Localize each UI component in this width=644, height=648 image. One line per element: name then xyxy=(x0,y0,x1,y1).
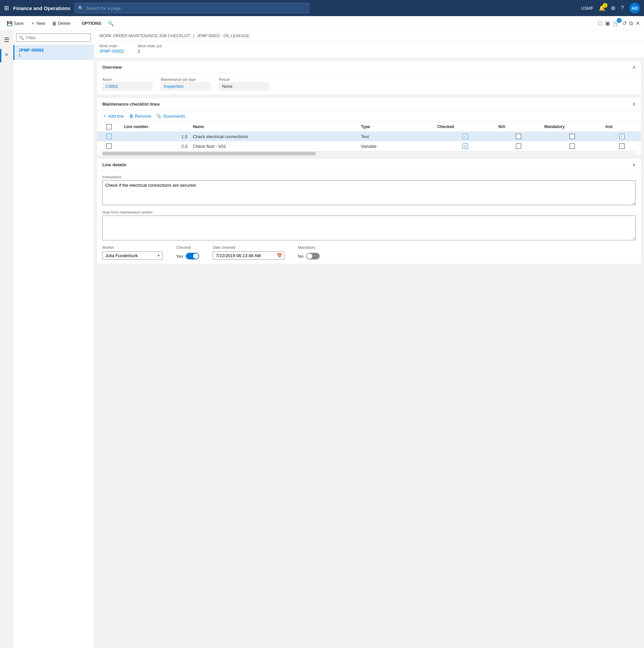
checklist-scroll-thumb[interactable] xyxy=(102,152,316,155)
checked-toggle[interactable] xyxy=(186,253,199,260)
header-checkbox[interactable] xyxy=(106,124,112,129)
search-input[interactable] xyxy=(86,6,306,11)
toolbar-separator xyxy=(76,19,76,28)
type-cell: Variable xyxy=(358,142,435,151)
open-new-icon[interactable]: ⧉ xyxy=(629,20,633,26)
remove-button[interactable]: 🗑 Remove xyxy=(129,114,151,119)
inst-cell[interactable] xyxy=(605,144,638,149)
documents-button[interactable]: 📎 Documents xyxy=(156,114,185,119)
mandatory-toggle[interactable] xyxy=(306,253,320,260)
note-textarea[interactable] xyxy=(102,216,636,240)
checklist-toolbar: ＋ Add line 🗑 Remove 📎 Documents xyxy=(97,110,641,122)
refresh-icon[interactable]: ↺ xyxy=(622,20,627,26)
save-icon: 💾 xyxy=(7,21,12,26)
work-order-job-label: Work order job xyxy=(138,44,162,48)
mandatory-toggle-knob xyxy=(307,254,312,259)
asset-value[interactable]: C0001 xyxy=(102,82,153,91)
work-order-label: Work order xyxy=(99,44,124,48)
th-mandatory[interactable]: Mandatory xyxy=(542,122,603,132)
content-area: WORK ORDER MAINTENANCE JOB CHECKLIST | J… xyxy=(94,31,644,648)
grid-icon[interactable]: ⊞ xyxy=(4,4,9,12)
options-label[interactable]: OPTIONS xyxy=(79,19,104,27)
th-inst[interactable]: Inst xyxy=(603,122,641,132)
toolbar-right-icons: ⬡ ▣ 🛒 0 ↺ ⧉ ✕ xyxy=(598,20,640,26)
filter-input-wrap[interactable]: 🔍 xyxy=(16,34,91,42)
mandatory-toggle-wrap: No xyxy=(298,253,320,260)
breadcrumb: WORK ORDER MAINTENANCE JOB CHECKLIST | J… xyxy=(94,31,644,41)
th-type[interactable]: Type xyxy=(358,122,435,132)
date-checked-col: Date checked 📅 xyxy=(213,246,285,260)
na-cell[interactable] xyxy=(498,144,539,149)
panel-icon[interactable]: ▣ xyxy=(605,20,610,26)
checked-toggle-label: Yes xyxy=(176,254,183,259)
row-select-checkbox[interactable] xyxy=(100,134,119,139)
result-value[interactable]: None xyxy=(219,82,269,91)
checklist-section-title: Maintenance checklist lines xyxy=(102,102,160,107)
calendar-icon[interactable]: 📅 xyxy=(275,253,284,258)
checked-cell[interactable] xyxy=(437,144,493,149)
filter-input[interactable] xyxy=(26,35,88,40)
view-icon[interactable]: ⬡ xyxy=(598,20,602,26)
avatar[interactable]: AD xyxy=(629,3,640,13)
checklist-collapse-icon[interactable]: ∧ xyxy=(632,101,636,107)
checklist-table: Line number ↑ Name Type Checked N/A Mand… xyxy=(97,122,641,151)
table-row[interactable]: 2.0Check fluid - V01Variable xyxy=(97,142,641,151)
new-button[interactable]: ＋ New xyxy=(28,19,48,28)
cart-badge: 0 xyxy=(617,18,622,23)
instructions-textarea[interactable] xyxy=(102,180,636,205)
help-button[interactable]: ? xyxy=(621,5,624,11)
table-row[interactable]: 1.0Check electrical connectionsText xyxy=(97,132,641,142)
overview-section-header[interactable]: Overview ∧ xyxy=(97,61,641,73)
mandatory-cell[interactable] xyxy=(544,134,600,139)
left-panel-item[interactable]: JPMF-00002 1 xyxy=(13,45,94,60)
line-details-section-header[interactable]: Line details ∧ xyxy=(97,159,641,171)
work-order-value[interactable]: JPMF-00002 xyxy=(99,49,124,54)
settings-button[interactable]: ⚙ xyxy=(611,5,615,11)
mandatory-toggle-label: No xyxy=(298,254,304,259)
checklist-section-header[interactable]: Maintenance checklist lines ∧ xyxy=(97,98,641,110)
notification-button[interactable]: 🔔 1 xyxy=(599,5,605,11)
checked-cell[interactable] xyxy=(437,134,493,139)
toolbar: 💾 Save ＋ New 🗑 Delete OPTIONS 🔍 ⬡ ▣ 🛒 0 … xyxy=(0,16,644,31)
th-name[interactable]: Name xyxy=(190,122,358,132)
date-checked-wrap[interactable]: 📅 xyxy=(213,252,285,260)
mandatory-cell[interactable] xyxy=(544,144,600,149)
filter-search-icon: 🔍 xyxy=(19,36,24,40)
result-label: Result xyxy=(219,77,269,82)
user-label: USMF xyxy=(581,6,593,11)
left-panel-item-title: JPMF-00002 xyxy=(18,48,90,53)
overview-collapse-icon[interactable]: ∧ xyxy=(632,64,636,70)
cart-icon[interactable]: 🛒 0 xyxy=(613,20,620,26)
na-cell[interactable] xyxy=(498,134,539,139)
line-details-collapse-icon[interactable]: ∧ xyxy=(632,162,636,167)
work-order-fields: Work order JPMF-00002 Work order job 1 xyxy=(94,41,644,58)
maintenance-job-type-label: Maintenance job type xyxy=(161,77,211,82)
line-number-cell: 1.0 xyxy=(121,132,190,142)
th-na[interactable]: N/A xyxy=(496,122,542,132)
search-icon: 🔍 xyxy=(78,6,84,11)
name-cell: Check electrical connections xyxy=(190,132,358,142)
maintenance-job-type-value[interactable]: Inspection xyxy=(161,82,211,91)
instructions-field: Instructions xyxy=(102,175,636,206)
checklist-scrollbar[interactable] xyxy=(102,151,636,155)
left-panel: 🔍 JPMF-00002 1 xyxy=(13,31,94,648)
inst-cell[interactable] xyxy=(605,134,638,139)
search-box[interactable]: 🔍 xyxy=(75,3,309,13)
overview-fields: Asset C0001 Maintenance job type Inspect… xyxy=(102,77,636,91)
worker-select[interactable]: Julia Funderburk xyxy=(103,252,155,260)
new-icon: ＋ xyxy=(31,20,35,26)
toolbar-search-icon[interactable]: 🔍 xyxy=(108,21,114,26)
row-select-checkbox[interactable] xyxy=(100,144,119,149)
close-icon[interactable]: ✕ xyxy=(636,20,640,26)
delete-button[interactable]: 🗑 Delete xyxy=(49,19,73,28)
save-button[interactable]: 💾 Save xyxy=(4,19,27,28)
worker-select-wrap[interactable]: Julia Funderburk ▼ xyxy=(102,252,163,260)
sidebar-list-icon[interactable]: ≡ xyxy=(0,49,13,60)
note-label: Note from maintenance worker xyxy=(102,210,636,214)
th-checked[interactable]: Checked xyxy=(435,122,496,132)
date-checked-input[interactable] xyxy=(213,252,275,260)
add-line-button[interactable]: ＋ Add line xyxy=(102,113,124,119)
th-line-number[interactable]: Line number ↑ xyxy=(121,122,190,132)
sidebar-menu-icon[interactable]: ☰ xyxy=(1,34,12,46)
work-order-job-field-group: Work order job 1 xyxy=(138,44,162,54)
